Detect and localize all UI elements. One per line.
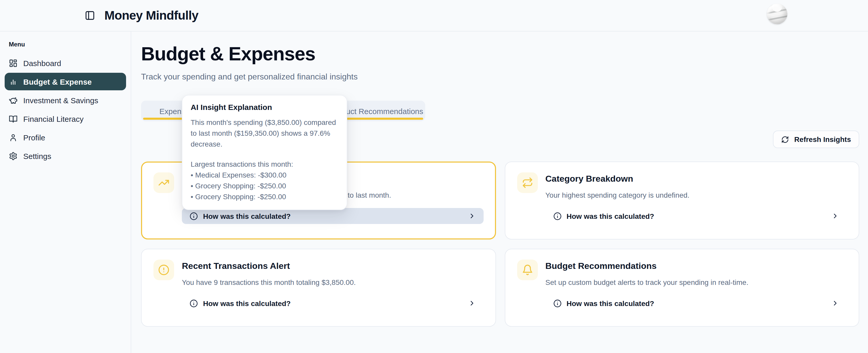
list-item: • Grocery Shopping: -$250.00 (191, 191, 338, 202)
sidebar-item-label: Investment & Savings (23, 96, 98, 105)
card-title: Budget Recommendations (545, 260, 847, 272)
sidebar-item-profile[interactable]: Profile (5, 129, 126, 146)
sidebar-item-investment-savings[interactable]: Investment & Savings (5, 91, 126, 109)
dashboard-icon (9, 59, 18, 67)
panel-left-icon (85, 10, 95, 21)
ai-insight-popover-paragraph: This month's spending ($3,850.00) compar… (191, 117, 338, 150)
list-item: • Grocery Shopping: -$250.00 (191, 181, 338, 191)
sidebar-menu-label: Menu (9, 41, 126, 48)
card-body: Category Breakdown Your highest spending… (545, 172, 847, 224)
app-window: Money Mindfully Menu Dashboard Budget & … (0, 0, 868, 353)
sidebar-item-label: Settings (23, 151, 51, 160)
list-item: • Medical Expenses: -$300.00 (191, 170, 338, 181)
sidebar-item-label: Dashboard (23, 59, 61, 67)
sidebar-item-label: Financial Literacy (23, 114, 84, 123)
bell-icon (517, 259, 537, 280)
main-content: Budget & Expenses Track your spending an… (132, 32, 868, 353)
chevron-right-icon (468, 212, 475, 220)
page-title: Budget & Expenses (141, 43, 859, 66)
gear-icon (9, 151, 18, 160)
how-calculated-button[interactable]: How was this calculated? (545, 208, 847, 224)
refresh-insights-label: Refresh Insights (795, 135, 851, 143)
chevron-right-icon (468, 299, 475, 307)
bar-chart-icon (9, 77, 18, 86)
card-recent-transactions-alert: Recent Transactions Alert You have 9 tra… (141, 249, 496, 327)
repeat-icon (517, 172, 537, 193)
refresh-icon (781, 136, 789, 143)
page-subtitle: Track your spending and get personalized… (141, 72, 859, 81)
user-avatar[interactable] (767, 4, 787, 24)
how-calculated-button[interactable]: How was this calculated? (182, 208, 483, 224)
how-calculated-button[interactable]: How was this calculated? (545, 295, 847, 311)
refresh-insights-button[interactable]: Refresh Insights (773, 131, 859, 148)
card-description: Your highest spending category is undefi… (545, 190, 847, 200)
card-body: Recent Transactions Alert You have 9 tra… (182, 259, 483, 311)
card-body: Budget Recommendations Set up custom bud… (545, 259, 847, 311)
card-title: Recent Transactions Alert (182, 260, 483, 272)
info-icon (190, 212, 198, 220)
sidebar-item-label: Profile (23, 133, 45, 142)
card-budget-recommendations: Budget Recommendations Set up custom bud… (504, 249, 859, 327)
how-calculated-label: How was this calculated? (203, 212, 291, 220)
card-description: You have 9 transactions this month total… (182, 278, 483, 287)
ai-insight-popover-title: AI Insight Explanation (191, 103, 338, 112)
sidebar-item-label: Budget & Expense (23, 77, 92, 86)
piggy-bank-icon (9, 96, 18, 105)
trending-up-icon (153, 172, 174, 193)
sidebar: Menu Dashboard Budget & Expense Investme… (0, 32, 131, 353)
app-title: Money Mindfully (104, 8, 198, 23)
info-icon (553, 212, 561, 220)
sidebar-item-settings[interactable]: Settings (5, 147, 126, 165)
how-calculated-label: How was this calculated? (566, 299, 654, 307)
sidebar-item-financial-literacy[interactable]: Financial Literacy (5, 110, 126, 128)
list-heading: Largest transactions this month: (191, 159, 338, 170)
sidebar-item-dashboard[interactable]: Dashboard (5, 54, 126, 72)
card-title: Category Breakdown (545, 173, 847, 184)
sidebar-toggle-button[interactable] (84, 10, 96, 21)
card-description: Set up custom budget alerts to track you… (545, 278, 847, 287)
chevron-right-icon (831, 212, 839, 220)
info-icon (553, 299, 561, 307)
info-icon (190, 299, 198, 307)
how-calculated-label: How was this calculated? (566, 212, 654, 220)
top-header: Money Mindfully (0, 0, 868, 32)
chevron-right-icon (831, 299, 839, 307)
sidebar-item-budget-expense[interactable]: Budget & Expense (5, 73, 126, 90)
card-category-breakdown: Category Breakdown Your highest spending… (504, 162, 859, 240)
book-open-icon (9, 114, 18, 123)
ai-insight-popover-list: Largest transactions this month: • Medic… (191, 159, 338, 202)
user-icon (9, 133, 18, 142)
alert-circle-icon (153, 259, 174, 280)
how-calculated-label: How was this calculated? (203, 299, 291, 307)
how-calculated-button[interactable]: How was this calculated? (182, 295, 483, 311)
ai-insight-popover: AI Insight Explanation This month's spen… (182, 95, 347, 210)
